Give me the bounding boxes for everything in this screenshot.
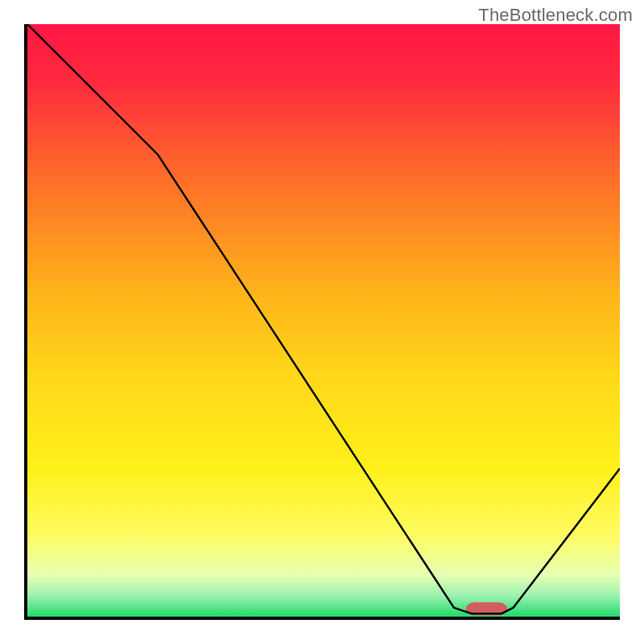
- chart-frame: [24, 24, 620, 620]
- chart-plot-area: [27, 24, 620, 617]
- watermark-text: TheBottleneck.com: [478, 5, 633, 26]
- chart-svg: [27, 24, 620, 617]
